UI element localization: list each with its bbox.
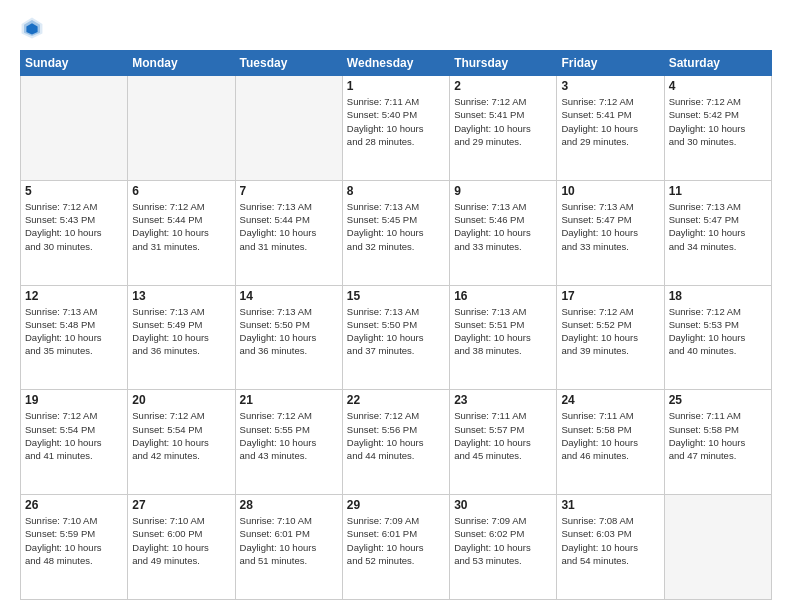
weekday-header-saturday: Saturday: [664, 51, 771, 76]
calendar-cell: 13Sunrise: 7:13 AM Sunset: 5:49 PM Dayli…: [128, 285, 235, 390]
weekday-row: SundayMondayTuesdayWednesdayThursdayFrid…: [21, 51, 772, 76]
day-number: 2: [454, 79, 552, 93]
calendar-cell: 15Sunrise: 7:13 AM Sunset: 5:50 PM Dayli…: [342, 285, 449, 390]
calendar-cell: 12Sunrise: 7:13 AM Sunset: 5:48 PM Dayli…: [21, 285, 128, 390]
day-info: Sunrise: 7:12 AM Sunset: 5:54 PM Dayligh…: [132, 409, 230, 462]
day-number: 27: [132, 498, 230, 512]
day-info: Sunrise: 7:13 AM Sunset: 5:47 PM Dayligh…: [669, 200, 767, 253]
calendar-cell: 23Sunrise: 7:11 AM Sunset: 5:57 PM Dayli…: [450, 390, 557, 495]
day-number: 24: [561, 393, 659, 407]
calendar-cell: [664, 495, 771, 600]
day-info: Sunrise: 7:12 AM Sunset: 5:41 PM Dayligh…: [561, 95, 659, 148]
weekday-header-friday: Friday: [557, 51, 664, 76]
day-info: Sunrise: 7:12 AM Sunset: 5:41 PM Dayligh…: [454, 95, 552, 148]
day-info: Sunrise: 7:09 AM Sunset: 6:01 PM Dayligh…: [347, 514, 445, 567]
weekday-header-wednesday: Wednesday: [342, 51, 449, 76]
day-number: 20: [132, 393, 230, 407]
day-number: 23: [454, 393, 552, 407]
calendar-cell: 31Sunrise: 7:08 AM Sunset: 6:03 PM Dayli…: [557, 495, 664, 600]
calendar-cell: 26Sunrise: 7:10 AM Sunset: 5:59 PM Dayli…: [21, 495, 128, 600]
calendar-cell: 17Sunrise: 7:12 AM Sunset: 5:52 PM Dayli…: [557, 285, 664, 390]
calendar-cell: 25Sunrise: 7:11 AM Sunset: 5:58 PM Dayli…: [664, 390, 771, 495]
calendar-body: 1Sunrise: 7:11 AM Sunset: 5:40 PM Daylig…: [21, 76, 772, 600]
day-info: Sunrise: 7:12 AM Sunset: 5:54 PM Dayligh…: [25, 409, 123, 462]
calendar-cell: [128, 76, 235, 181]
calendar-cell: 1Sunrise: 7:11 AM Sunset: 5:40 PM Daylig…: [342, 76, 449, 181]
day-info: Sunrise: 7:13 AM Sunset: 5:49 PM Dayligh…: [132, 305, 230, 358]
header: [20, 16, 772, 40]
day-info: Sunrise: 7:13 AM Sunset: 5:47 PM Dayligh…: [561, 200, 659, 253]
day-info: Sunrise: 7:12 AM Sunset: 5:42 PM Dayligh…: [669, 95, 767, 148]
day-number: 11: [669, 184, 767, 198]
day-info: Sunrise: 7:12 AM Sunset: 5:43 PM Dayligh…: [25, 200, 123, 253]
day-info: Sunrise: 7:12 AM Sunset: 5:56 PM Dayligh…: [347, 409, 445, 462]
calendar-cell: 9Sunrise: 7:13 AM Sunset: 5:46 PM Daylig…: [450, 180, 557, 285]
calendar-cell: 3Sunrise: 7:12 AM Sunset: 5:41 PM Daylig…: [557, 76, 664, 181]
day-info: Sunrise: 7:11 AM Sunset: 5:58 PM Dayligh…: [561, 409, 659, 462]
logo: [20, 16, 48, 40]
day-info: Sunrise: 7:13 AM Sunset: 5:50 PM Dayligh…: [347, 305, 445, 358]
day-number: 19: [25, 393, 123, 407]
calendar-cell: 30Sunrise: 7:09 AM Sunset: 6:02 PM Dayli…: [450, 495, 557, 600]
day-number: 25: [669, 393, 767, 407]
calendar-week-2: 5Sunrise: 7:12 AM Sunset: 5:43 PM Daylig…: [21, 180, 772, 285]
calendar-cell: 24Sunrise: 7:11 AM Sunset: 5:58 PM Dayli…: [557, 390, 664, 495]
calendar-cell: 20Sunrise: 7:12 AM Sunset: 5:54 PM Dayli…: [128, 390, 235, 495]
weekday-header-sunday: Sunday: [21, 51, 128, 76]
day-number: 26: [25, 498, 123, 512]
day-number: 3: [561, 79, 659, 93]
day-info: Sunrise: 7:10 AM Sunset: 6:01 PM Dayligh…: [240, 514, 338, 567]
day-number: 30: [454, 498, 552, 512]
day-number: 29: [347, 498, 445, 512]
calendar-cell: 29Sunrise: 7:09 AM Sunset: 6:01 PM Dayli…: [342, 495, 449, 600]
day-number: 16: [454, 289, 552, 303]
day-number: 13: [132, 289, 230, 303]
day-info: Sunrise: 7:11 AM Sunset: 5:40 PM Dayligh…: [347, 95, 445, 148]
calendar-cell: 18Sunrise: 7:12 AM Sunset: 5:53 PM Dayli…: [664, 285, 771, 390]
calendar-week-4: 19Sunrise: 7:12 AM Sunset: 5:54 PM Dayli…: [21, 390, 772, 495]
day-number: 6: [132, 184, 230, 198]
weekday-header-thursday: Thursday: [450, 51, 557, 76]
calendar-week-1: 1Sunrise: 7:11 AM Sunset: 5:40 PM Daylig…: [21, 76, 772, 181]
day-info: Sunrise: 7:08 AM Sunset: 6:03 PM Dayligh…: [561, 514, 659, 567]
calendar-cell: 14Sunrise: 7:13 AM Sunset: 5:50 PM Dayli…: [235, 285, 342, 390]
day-info: Sunrise: 7:13 AM Sunset: 5:46 PM Dayligh…: [454, 200, 552, 253]
day-info: Sunrise: 7:12 AM Sunset: 5:44 PM Dayligh…: [132, 200, 230, 253]
calendar-cell: 4Sunrise: 7:12 AM Sunset: 5:42 PM Daylig…: [664, 76, 771, 181]
calendar-page: SundayMondayTuesdayWednesdayThursdayFrid…: [0, 0, 792, 612]
calendar-week-3: 12Sunrise: 7:13 AM Sunset: 5:48 PM Dayli…: [21, 285, 772, 390]
calendar-cell: 28Sunrise: 7:10 AM Sunset: 6:01 PM Dayli…: [235, 495, 342, 600]
calendar-cell: 19Sunrise: 7:12 AM Sunset: 5:54 PM Dayli…: [21, 390, 128, 495]
calendar-cell: [21, 76, 128, 181]
day-info: Sunrise: 7:10 AM Sunset: 6:00 PM Dayligh…: [132, 514, 230, 567]
day-info: Sunrise: 7:13 AM Sunset: 5:45 PM Dayligh…: [347, 200, 445, 253]
logo-icon: [20, 16, 44, 40]
calendar-cell: 22Sunrise: 7:12 AM Sunset: 5:56 PM Dayli…: [342, 390, 449, 495]
day-number: 10: [561, 184, 659, 198]
day-number: 31: [561, 498, 659, 512]
day-number: 8: [347, 184, 445, 198]
calendar-cell: 21Sunrise: 7:12 AM Sunset: 5:55 PM Dayli…: [235, 390, 342, 495]
day-number: 9: [454, 184, 552, 198]
day-number: 4: [669, 79, 767, 93]
calendar-cell: 27Sunrise: 7:10 AM Sunset: 6:00 PM Dayli…: [128, 495, 235, 600]
calendar-cell: 2Sunrise: 7:12 AM Sunset: 5:41 PM Daylig…: [450, 76, 557, 181]
calendar-cell: 8Sunrise: 7:13 AM Sunset: 5:45 PM Daylig…: [342, 180, 449, 285]
calendar-header: SundayMondayTuesdayWednesdayThursdayFrid…: [21, 51, 772, 76]
calendar-cell: 5Sunrise: 7:12 AM Sunset: 5:43 PM Daylig…: [21, 180, 128, 285]
day-info: Sunrise: 7:09 AM Sunset: 6:02 PM Dayligh…: [454, 514, 552, 567]
day-number: 22: [347, 393, 445, 407]
weekday-header-tuesday: Tuesday: [235, 51, 342, 76]
day-info: Sunrise: 7:13 AM Sunset: 5:44 PM Dayligh…: [240, 200, 338, 253]
day-number: 12: [25, 289, 123, 303]
day-number: 18: [669, 289, 767, 303]
day-info: Sunrise: 7:11 AM Sunset: 5:57 PM Dayligh…: [454, 409, 552, 462]
day-number: 5: [25, 184, 123, 198]
day-number: 1: [347, 79, 445, 93]
day-number: 15: [347, 289, 445, 303]
calendar-cell: [235, 76, 342, 181]
day-info: Sunrise: 7:12 AM Sunset: 5:55 PM Dayligh…: [240, 409, 338, 462]
calendar-cell: 16Sunrise: 7:13 AM Sunset: 5:51 PM Dayli…: [450, 285, 557, 390]
day-number: 17: [561, 289, 659, 303]
day-number: 14: [240, 289, 338, 303]
